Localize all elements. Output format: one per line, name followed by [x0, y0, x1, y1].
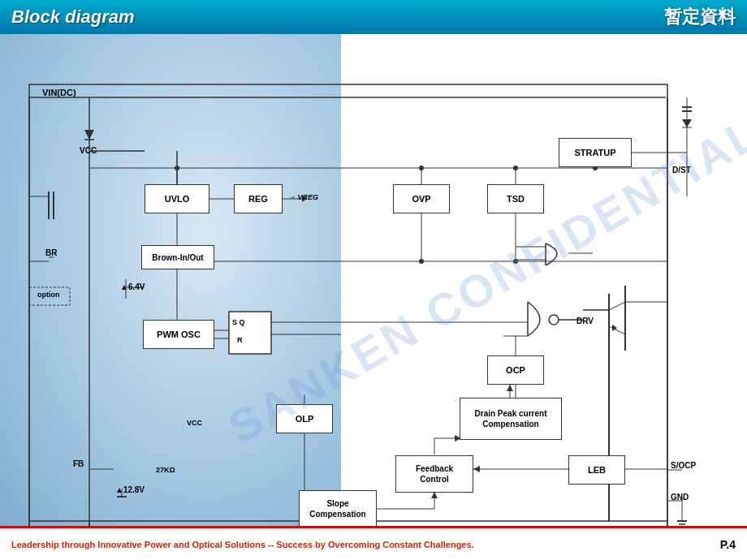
r-label: R — [237, 336, 243, 344]
vcc2-label: VCC — [187, 419, 202, 427]
page-number: P.4 — [720, 538, 736, 551]
v64-label: ▲6.4V — [120, 282, 145, 291]
svg-line-91 — [609, 326, 625, 334]
footer: Leadership through Innovative Power and … — [0, 526, 747, 560]
fb-label: FB — [73, 459, 84, 468]
v128-label: ▲12.8V — [115, 485, 145, 494]
vreg-label: → VREG — [288, 193, 318, 201]
svg-line-90 — [609, 302, 625, 310]
tsd-block: TSD — [487, 184, 544, 213]
gnd-label: GND — [671, 493, 689, 502]
socp-label: S/OCP — [671, 461, 696, 470]
27k-label: 27KΩ — [156, 466, 175, 474]
sq-label: S Q — [232, 318, 245, 326]
drv-label: DRV — [576, 317, 594, 325]
vcc-label: VCC — [80, 146, 97, 155]
stratup-block: STRATUP — [559, 138, 632, 167]
drain-peak-current-compensation-block: Drain Peak currentCompensation — [460, 398, 562, 440]
header-watermark: 暂定資料 — [664, 5, 736, 29]
footer-text: Leadership through Innovative Power and … — [11, 540, 474, 549]
pwmosc-block: PWM OSC — [143, 320, 214, 349]
svg-marker-28 — [682, 119, 692, 127]
option-label: option — [37, 291, 60, 299]
dst-label: D/ST — [672, 166, 691, 174]
olp-block: OLP — [276, 404, 333, 433]
svg-marker-76 — [431, 492, 438, 498]
svg-point-41 — [549, 315, 559, 325]
uvlo-block: UVLO — [145, 184, 209, 213]
reg-block: REG — [234, 184, 283, 213]
feedback-control-block: FeedbackControl — [395, 455, 473, 493]
svg-marker-5 — [84, 130, 94, 140]
brown-block: Brown-In/Out — [141, 245, 214, 269]
ocp-block: OCP — [487, 355, 544, 385]
svg-marker-72 — [473, 466, 480, 472]
vin-label: VIN(DC) — [42, 88, 76, 97]
svg-marker-67 — [507, 385, 513, 391]
page-title: Block diagram — [11, 6, 135, 28]
header: Block diagram 暂定資料 — [0, 0, 747, 34]
ovp-block: OVP — [393, 184, 450, 213]
leb-block: LEB — [568, 455, 625, 485]
circuit-svg: UVLO to REG — [0, 34, 747, 526]
br-label: BR — [45, 248, 57, 257]
slope-compensation-block: SlopeCompensation — [299, 490, 377, 526]
diagram-area: SANKEN CONFIDENTIAL UVLO to REG — [0, 34, 747, 526]
